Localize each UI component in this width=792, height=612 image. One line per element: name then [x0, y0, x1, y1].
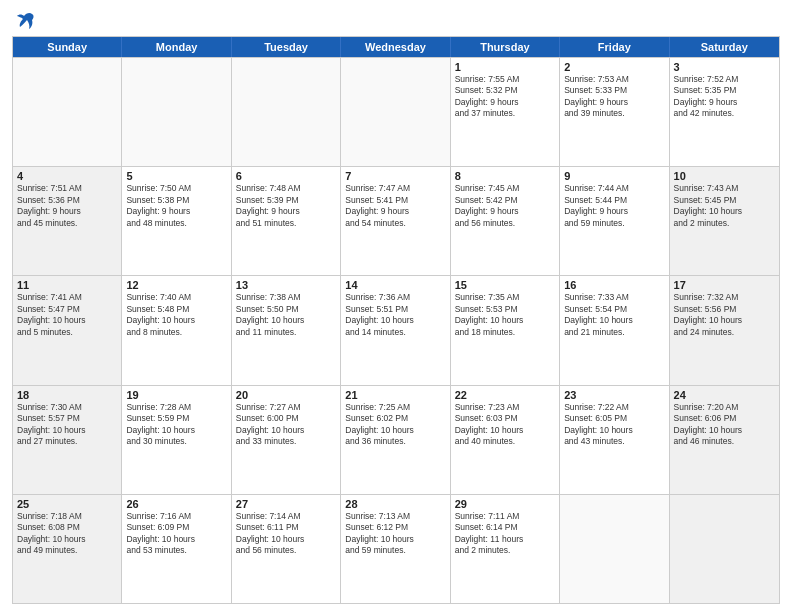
- logo-bird-icon: [14, 10, 36, 32]
- cell-info: Sunrise: 7:23 AM Sunset: 6:03 PM Dayligh…: [455, 402, 555, 448]
- cell-info: Sunrise: 7:20 AM Sunset: 6:06 PM Dayligh…: [674, 402, 775, 448]
- header: [12, 10, 780, 32]
- day-number: 13: [236, 279, 336, 291]
- cell-info: Sunrise: 7:33 AM Sunset: 5:54 PM Dayligh…: [564, 292, 664, 338]
- cell-info: Sunrise: 7:48 AM Sunset: 5:39 PM Dayligh…: [236, 183, 336, 229]
- day-number: 22: [455, 389, 555, 401]
- cell-info: Sunrise: 7:50 AM Sunset: 5:38 PM Dayligh…: [126, 183, 226, 229]
- cell-info: Sunrise: 7:16 AM Sunset: 6:09 PM Dayligh…: [126, 511, 226, 557]
- calendar-cell-day-17: 17Sunrise: 7:32 AM Sunset: 5:56 PM Dayli…: [670, 276, 779, 384]
- calendar-row-5: 25Sunrise: 7:18 AM Sunset: 6:08 PM Dayli…: [13, 494, 779, 603]
- calendar: SundayMondayTuesdayWednesdayThursdayFrid…: [12, 36, 780, 604]
- day-number: 19: [126, 389, 226, 401]
- calendar-cell-day-6: 6Sunrise: 7:48 AM Sunset: 5:39 PM Daylig…: [232, 167, 341, 275]
- calendar-cell-day-16: 16Sunrise: 7:33 AM Sunset: 5:54 PM Dayli…: [560, 276, 669, 384]
- calendar-cell-day-28: 28Sunrise: 7:13 AM Sunset: 6:12 PM Dayli…: [341, 495, 450, 603]
- calendar-cell-day-27: 27Sunrise: 7:14 AM Sunset: 6:11 PM Dayli…: [232, 495, 341, 603]
- calendar-cell-empty: [122, 58, 231, 166]
- cell-info: Sunrise: 7:14 AM Sunset: 6:11 PM Dayligh…: [236, 511, 336, 557]
- day-number: 9: [564, 170, 664, 182]
- calendar-cell-day-14: 14Sunrise: 7:36 AM Sunset: 5:51 PM Dayli…: [341, 276, 450, 384]
- header-day-sunday: Sunday: [13, 37, 122, 57]
- cell-info: Sunrise: 7:51 AM Sunset: 5:36 PM Dayligh…: [17, 183, 117, 229]
- day-number: 18: [17, 389, 117, 401]
- calendar-cell-day-7: 7Sunrise: 7:47 AM Sunset: 5:41 PM Daylig…: [341, 167, 450, 275]
- cell-info: Sunrise: 7:47 AM Sunset: 5:41 PM Dayligh…: [345, 183, 445, 229]
- calendar-cell-day-4: 4Sunrise: 7:51 AM Sunset: 5:36 PM Daylig…: [13, 167, 122, 275]
- day-number: 1: [455, 61, 555, 73]
- calendar-cell-day-9: 9Sunrise: 7:44 AM Sunset: 5:44 PM Daylig…: [560, 167, 669, 275]
- calendar-cell-empty: [232, 58, 341, 166]
- day-number: 11: [17, 279, 117, 291]
- header-day-saturday: Saturday: [670, 37, 779, 57]
- calendar-cell-day-18: 18Sunrise: 7:30 AM Sunset: 5:57 PM Dayli…: [13, 386, 122, 494]
- cell-info: Sunrise: 7:35 AM Sunset: 5:53 PM Dayligh…: [455, 292, 555, 338]
- day-number: 28: [345, 498, 445, 510]
- calendar-cell-empty: [670, 495, 779, 603]
- cell-info: Sunrise: 7:44 AM Sunset: 5:44 PM Dayligh…: [564, 183, 664, 229]
- cell-info: Sunrise: 7:25 AM Sunset: 6:02 PM Dayligh…: [345, 402, 445, 448]
- calendar-row-2: 4Sunrise: 7:51 AM Sunset: 5:36 PM Daylig…: [13, 166, 779, 275]
- cell-info: Sunrise: 7:13 AM Sunset: 6:12 PM Dayligh…: [345, 511, 445, 557]
- day-number: 16: [564, 279, 664, 291]
- header-day-tuesday: Tuesday: [232, 37, 341, 57]
- cell-info: Sunrise: 7:41 AM Sunset: 5:47 PM Dayligh…: [17, 292, 117, 338]
- cell-info: Sunrise: 7:27 AM Sunset: 6:00 PM Dayligh…: [236, 402, 336, 448]
- header-day-monday: Monday: [122, 37, 231, 57]
- calendar-cell-day-5: 5Sunrise: 7:50 AM Sunset: 5:38 PM Daylig…: [122, 167, 231, 275]
- cell-info: Sunrise: 7:38 AM Sunset: 5:50 PM Dayligh…: [236, 292, 336, 338]
- calendar-cell-day-23: 23Sunrise: 7:22 AM Sunset: 6:05 PM Dayli…: [560, 386, 669, 494]
- page: SundayMondayTuesdayWednesdayThursdayFrid…: [0, 0, 792, 612]
- day-number: 12: [126, 279, 226, 291]
- day-number: 17: [674, 279, 775, 291]
- calendar-cell-empty: [341, 58, 450, 166]
- day-number: 2: [564, 61, 664, 73]
- calendar-body: 1Sunrise: 7:55 AM Sunset: 5:32 PM Daylig…: [13, 57, 779, 603]
- calendar-row-3: 11Sunrise: 7:41 AM Sunset: 5:47 PM Dayli…: [13, 275, 779, 384]
- day-number: 15: [455, 279, 555, 291]
- header-day-thursday: Thursday: [451, 37, 560, 57]
- calendar-cell-day-11: 11Sunrise: 7:41 AM Sunset: 5:47 PM Dayli…: [13, 276, 122, 384]
- calendar-cell-day-3: 3Sunrise: 7:52 AM Sunset: 5:35 PM Daylig…: [670, 58, 779, 166]
- day-number: 5: [126, 170, 226, 182]
- day-number: 14: [345, 279, 445, 291]
- calendar-cell-day-20: 20Sunrise: 7:27 AM Sunset: 6:00 PM Dayli…: [232, 386, 341, 494]
- cell-info: Sunrise: 7:53 AM Sunset: 5:33 PM Dayligh…: [564, 74, 664, 120]
- calendar-cell-day-21: 21Sunrise: 7:25 AM Sunset: 6:02 PM Dayli…: [341, 386, 450, 494]
- calendar-cell-empty: [560, 495, 669, 603]
- calendar-row-4: 18Sunrise: 7:30 AM Sunset: 5:57 PM Dayli…: [13, 385, 779, 494]
- cell-info: Sunrise: 7:36 AM Sunset: 5:51 PM Dayligh…: [345, 292, 445, 338]
- calendar-cell-day-26: 26Sunrise: 7:16 AM Sunset: 6:09 PM Dayli…: [122, 495, 231, 603]
- day-number: 25: [17, 498, 117, 510]
- day-number: 4: [17, 170, 117, 182]
- calendar-row-1: 1Sunrise: 7:55 AM Sunset: 5:32 PM Daylig…: [13, 57, 779, 166]
- calendar-cell-day-24: 24Sunrise: 7:20 AM Sunset: 6:06 PM Dayli…: [670, 386, 779, 494]
- day-number: 20: [236, 389, 336, 401]
- cell-info: Sunrise: 7:43 AM Sunset: 5:45 PM Dayligh…: [674, 183, 775, 229]
- day-number: 23: [564, 389, 664, 401]
- day-number: 27: [236, 498, 336, 510]
- calendar-cell-day-15: 15Sunrise: 7:35 AM Sunset: 5:53 PM Dayli…: [451, 276, 560, 384]
- calendar-cell-day-13: 13Sunrise: 7:38 AM Sunset: 5:50 PM Dayli…: [232, 276, 341, 384]
- day-number: 10: [674, 170, 775, 182]
- day-number: 7: [345, 170, 445, 182]
- cell-info: Sunrise: 7:30 AM Sunset: 5:57 PM Dayligh…: [17, 402, 117, 448]
- calendar-cell-day-19: 19Sunrise: 7:28 AM Sunset: 5:59 PM Dayli…: [122, 386, 231, 494]
- calendar-cell-day-22: 22Sunrise: 7:23 AM Sunset: 6:03 PM Dayli…: [451, 386, 560, 494]
- day-number: 8: [455, 170, 555, 182]
- header-day-friday: Friday: [560, 37, 669, 57]
- cell-info: Sunrise: 7:28 AM Sunset: 5:59 PM Dayligh…: [126, 402, 226, 448]
- calendar-cell-day-25: 25Sunrise: 7:18 AM Sunset: 6:08 PM Dayli…: [13, 495, 122, 603]
- cell-info: Sunrise: 7:52 AM Sunset: 5:35 PM Dayligh…: [674, 74, 775, 120]
- cell-info: Sunrise: 7:18 AM Sunset: 6:08 PM Dayligh…: [17, 511, 117, 557]
- day-number: 3: [674, 61, 775, 73]
- calendar-cell-day-2: 2Sunrise: 7:53 AM Sunset: 5:33 PM Daylig…: [560, 58, 669, 166]
- cell-info: Sunrise: 7:22 AM Sunset: 6:05 PM Dayligh…: [564, 402, 664, 448]
- cell-info: Sunrise: 7:32 AM Sunset: 5:56 PM Dayligh…: [674, 292, 775, 338]
- calendar-cell-day-10: 10Sunrise: 7:43 AM Sunset: 5:45 PM Dayli…: [670, 167, 779, 275]
- day-number: 29: [455, 498, 555, 510]
- calendar-cell-day-8: 8Sunrise: 7:45 AM Sunset: 5:42 PM Daylig…: [451, 167, 560, 275]
- header-day-wednesday: Wednesday: [341, 37, 450, 57]
- cell-info: Sunrise: 7:55 AM Sunset: 5:32 PM Dayligh…: [455, 74, 555, 120]
- day-number: 21: [345, 389, 445, 401]
